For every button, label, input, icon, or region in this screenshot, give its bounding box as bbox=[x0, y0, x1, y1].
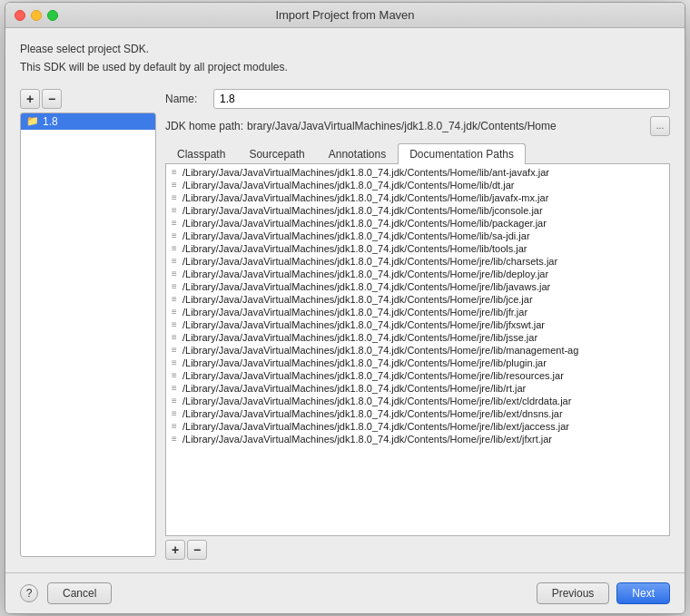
list-item: ≡/Library/Java/JavaVirtualMachines/jdk1.… bbox=[166, 166, 669, 179]
name-row: Name: bbox=[165, 89, 670, 109]
remove-file-button[interactable]: − bbox=[187, 540, 207, 560]
sdk-list[interactable]: 📁 1.8 bbox=[20, 112, 156, 557]
file-path: /Library/Java/JavaVirtualMachines/jdk1.8… bbox=[182, 281, 550, 292]
list-item: ≡/Library/Java/JavaVirtualMachines/jdk1.… bbox=[166, 204, 669, 217]
tab-content-area[interactable]: ≡/Library/Java/JavaVirtualMachines/jdk1.… bbox=[165, 164, 670, 536]
file-path: /Library/Java/JavaVirtualMachines/jdk1.8… bbox=[182, 408, 563, 419]
main-window: Import Project from Maven Please select … bbox=[5, 2, 685, 613]
add-sdk-button[interactable]: + bbox=[20, 89, 40, 109]
drag-handle-icon: ≡ bbox=[172, 307, 179, 317]
traffic-lights bbox=[15, 10, 58, 21]
file-path: /Library/Java/JavaVirtualMachines/jdk1.8… bbox=[182, 319, 545, 330]
file-path: /Library/Java/JavaVirtualMachines/jdk1.8… bbox=[182, 345, 578, 356]
file-path: /Library/Java/JavaVirtualMachines/jdk1.8… bbox=[182, 332, 537, 343]
close-button[interactable] bbox=[15, 10, 25, 21]
file-path: /Library/Java/JavaVirtualMachines/jdk1.8… bbox=[182, 294, 533, 305]
tabs-bar: Classpath Sourcepath Annotations Documen… bbox=[165, 143, 670, 164]
minimize-button[interactable] bbox=[31, 10, 42, 21]
file-path: /Library/Java/JavaVirtualMachines/jdk1.8… bbox=[182, 434, 552, 445]
footer-right: Previous Next bbox=[537, 582, 670, 604]
drag-handle-icon: ≡ bbox=[172, 421, 179, 431]
drag-handle-icon: ≡ bbox=[172, 167, 179, 177]
file-path: /Library/Java/JavaVirtualMachines/jdk1.8… bbox=[182, 243, 527, 254]
drag-handle-icon: ≡ bbox=[172, 243, 179, 253]
sdk-item-label: 1.8 bbox=[43, 115, 58, 128]
file-path: /Library/Java/JavaVirtualMachines/jdk1.8… bbox=[182, 269, 548, 279]
bottom-toolbar: + − bbox=[165, 540, 670, 560]
drag-handle-icon: ≡ bbox=[172, 408, 179, 418]
drag-handle-icon: ≡ bbox=[172, 205, 179, 215]
right-panel: Name: JDK home path: brary/Java/JavaVirt… bbox=[165, 89, 670, 560]
previous-button[interactable]: Previous bbox=[537, 582, 610, 604]
left-toolbar: + − bbox=[20, 89, 156, 109]
add-file-button[interactable]: + bbox=[165, 540, 185, 560]
tab-annotations[interactable]: Annotations bbox=[317, 143, 398, 164]
file-path: /Library/Java/JavaVirtualMachines/jdk1.8… bbox=[182, 357, 547, 368]
drag-handle-icon: ≡ bbox=[172, 230, 179, 240]
drag-handle-icon: ≡ bbox=[172, 192, 179, 202]
name-input[interactable] bbox=[213, 89, 670, 109]
drag-handle-icon: ≡ bbox=[172, 434, 179, 444]
file-path: /Library/Java/JavaVirtualMachines/jdk1.8… bbox=[182, 230, 530, 241]
tab-documentation-paths[interactable]: Documentation Paths bbox=[398, 143, 526, 164]
name-label: Name: bbox=[165, 93, 206, 105]
tab-sourcepath[interactable]: Sourcepath bbox=[237, 143, 316, 164]
list-item: ≡/Library/Java/JavaVirtualMachines/jdk1.… bbox=[166, 242, 669, 255]
file-path: /Library/Java/JavaVirtualMachines/jdk1.8… bbox=[182, 180, 514, 191]
file-path: /Library/Java/JavaVirtualMachines/jdk1.8… bbox=[182, 218, 547, 229]
list-item: ≡/Library/Java/JavaVirtualMachines/jdk1.… bbox=[166, 344, 669, 357]
window-title: Import Project from Maven bbox=[5, 8, 685, 22]
list-item: ≡/Library/Java/JavaVirtualMachines/jdk1.… bbox=[166, 407, 669, 420]
list-item: ≡/Library/Java/JavaVirtualMachines/jdk1.… bbox=[166, 280, 669, 293]
jdk-browse-button[interactable]: ... bbox=[650, 116, 670, 136]
drag-handle-icon: ≡ bbox=[172, 256, 179, 266]
help-button[interactable]: ? bbox=[20, 584, 38, 602]
file-path: /Library/Java/JavaVirtualMachines/jdk1.8… bbox=[182, 421, 569, 432]
file-path: /Library/Java/JavaVirtualMachines/jdk1.8… bbox=[182, 396, 571, 406]
cancel-button[interactable]: Cancel bbox=[47, 582, 112, 604]
drag-handle-icon: ≡ bbox=[172, 294, 179, 304]
list-item: ≡/Library/Java/JavaVirtualMachines/jdk1.… bbox=[166, 369, 669, 382]
remove-sdk-button[interactable]: − bbox=[42, 89, 62, 109]
drag-handle-icon: ≡ bbox=[172, 396, 179, 406]
list-item: ≡/Library/Java/JavaVirtualMachines/jdk1.… bbox=[166, 357, 669, 369]
jdk-row: JDK home path: brary/Java/JavaVirtualMac… bbox=[165, 116, 670, 136]
drag-handle-icon: ≡ bbox=[172, 218, 179, 228]
list-item: ≡/Library/Java/JavaVirtualMachines/jdk1.… bbox=[166, 420, 669, 433]
list-item: ≡/Library/Java/JavaVirtualMachines/jdk1.… bbox=[166, 306, 669, 318]
maximize-button[interactable] bbox=[47, 10, 58, 21]
drag-handle-icon: ≡ bbox=[172, 281, 179, 291]
file-path: /Library/Java/JavaVirtualMachines/jdk1.8… bbox=[182, 192, 548, 203]
drag-handle-icon: ≡ bbox=[172, 345, 179, 355]
next-button[interactable]: Next bbox=[616, 582, 670, 604]
main-content: Please select project SDK. This SDK will… bbox=[5, 28, 685, 572]
main-area: + − 📁 1.8 Name: JDK home path: bbox=[20, 89, 670, 560]
list-item: ≡/Library/Java/JavaVirtualMachines/jdk1.… bbox=[166, 395, 669, 407]
file-path: /Library/Java/JavaVirtualMachines/jdk1.8… bbox=[182, 205, 543, 216]
list-item: ≡/Library/Java/JavaVirtualMachines/jdk1.… bbox=[166, 433, 669, 445]
list-item: ≡/Library/Java/JavaVirtualMachines/jdk1.… bbox=[166, 268, 669, 280]
drag-handle-icon: ≡ bbox=[172, 357, 179, 367]
file-list: ≡/Library/Java/JavaVirtualMachines/jdk1.… bbox=[166, 164, 669, 447]
list-item: ≡/Library/Java/JavaVirtualMachines/jdk1.… bbox=[166, 382, 669, 395]
list-item: ≡/Library/Java/JavaVirtualMachines/jdk1.… bbox=[166, 191, 669, 204]
footer: ? Cancel Previous Next bbox=[5, 572, 685, 613]
drag-handle-icon: ≡ bbox=[172, 383, 179, 393]
drag-handle-icon: ≡ bbox=[172, 319, 179, 329]
titlebar: Import Project from Maven bbox=[5, 3, 685, 28]
folder-icon: 📁 bbox=[26, 115, 39, 127]
list-item: ≡/Library/Java/JavaVirtualMachines/jdk1.… bbox=[166, 255, 669, 268]
description-line1: Please select project SDK. bbox=[20, 41, 670, 58]
file-path: /Library/Java/JavaVirtualMachines/jdk1.8… bbox=[182, 370, 564, 381]
file-path: /Library/Java/JavaVirtualMachines/jdk1.8… bbox=[182, 383, 526, 394]
list-item: ≡/Library/Java/JavaVirtualMachines/jdk1.… bbox=[166, 293, 669, 306]
file-path: /Library/Java/JavaVirtualMachines/jdk1.8… bbox=[182, 307, 527, 318]
jdk-path-value: brary/Java/JavaVirtualMachines/jdk1.8.0_… bbox=[247, 120, 646, 132]
drag-handle-icon: ≡ bbox=[172, 370, 179, 380]
sdk-item[interactable]: 📁 1.8 bbox=[21, 113, 155, 130]
left-panel: + − 📁 1.8 bbox=[20, 89, 156, 560]
tab-classpath[interactable]: Classpath bbox=[165, 143, 237, 164]
list-item: ≡/Library/Java/JavaVirtualMachines/jdk1.… bbox=[166, 318, 669, 331]
drag-handle-icon: ≡ bbox=[172, 180, 179, 190]
description-line2: This SDK will be used by default by all … bbox=[20, 59, 670, 76]
